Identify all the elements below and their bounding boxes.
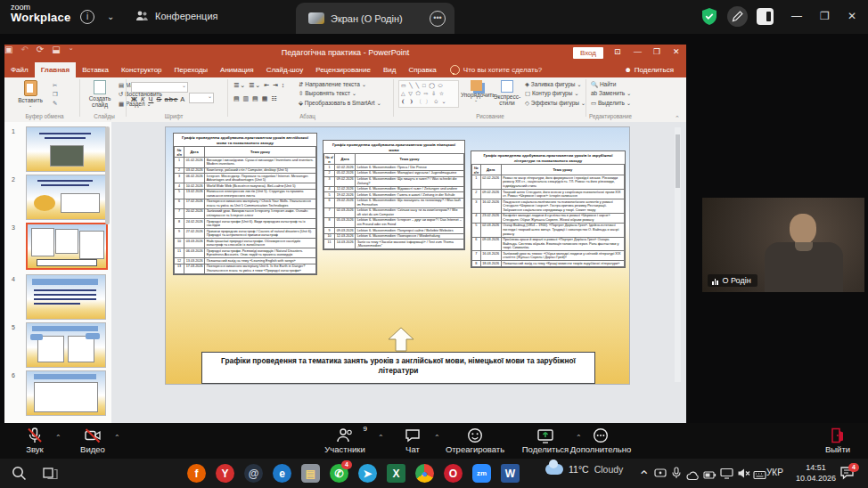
zoom-maximize-button[interactable]: ❐ bbox=[820, 10, 830, 22]
slide-thumbnail-panel[interactable]: 123456 bbox=[4, 122, 112, 428]
tab-help[interactable]: Справка bbox=[402, 62, 442, 77]
tab-file[interactable]: Файл bbox=[4, 62, 35, 77]
thumbnail-preview[interactable] bbox=[26, 126, 106, 172]
shape-format-tools[interactable]: ◈ Заливка фигуры ⌄ ▢ Контур фигуры ⌄ ◇ Э… bbox=[525, 80, 585, 108]
mute-options-chevron[interactable]: ⌃ bbox=[55, 434, 61, 442]
leave-button[interactable]: Выйти bbox=[813, 427, 863, 454]
smartart-button[interactable]: ⬙ Преобразовать в SmartArt ⌄ bbox=[299, 100, 381, 106]
tab-view[interactable]: Вид bbox=[377, 62, 402, 77]
font-size-dropdown[interactable] bbox=[189, 93, 214, 103]
font-name-dropdown[interactable] bbox=[131, 82, 188, 93]
up-arrow-shape[interactable] bbox=[387, 327, 415, 352]
ribbon-display-options-icon[interactable]: ⊡ bbox=[614, 47, 621, 56]
taskbar-app-whatsapp[interactable]: ✆4 bbox=[330, 464, 348, 483]
cut-copy-painter[interactable]: ✂❐✎ bbox=[53, 81, 58, 108]
info-icon[interactable]: i bbox=[80, 10, 94, 24]
german-schedule-table[interactable]: Графік проведення здобувачем-практиканто… bbox=[323, 140, 465, 250]
editing-tools[interactable]: 🔍 Найти ab Заменить ⌄ ▭ Выделить ⌄ bbox=[591, 80, 632, 108]
tray-onedrive-icon[interactable] bbox=[686, 468, 700, 484]
shape-fill-button[interactable]: ◈ Заливка фигуры ⌄ bbox=[525, 81, 582, 87]
tab-review[interactable]: Рецензирование bbox=[309, 62, 377, 77]
action-center-icon[interactable]: 4 bbox=[839, 466, 855, 484]
taskbar-app-firefox[interactable]: f bbox=[187, 464, 206, 483]
thumbnail-scrollbar[interactable] bbox=[105, 126, 110, 224]
ppt-close-button[interactable]: ✕ bbox=[673, 47, 680, 56]
chat-chevron[interactable]: ⌃ bbox=[434, 434, 440, 442]
select-button[interactable]: ▭ Выделить ⌄ bbox=[591, 100, 631, 106]
mute-button[interactable]: Звук bbox=[12, 427, 57, 454]
editor-scrollbar[interactable] bbox=[675, 127, 681, 382]
sign-in-button[interactable]: Вход bbox=[573, 47, 603, 59]
taskbar-app-zoom-app[interactable]: zm bbox=[472, 464, 491, 483]
thumbnail-preview[interactable] bbox=[26, 223, 108, 270]
align-text-button[interactable]: ⇳ Выровнять текст ⌄ bbox=[299, 90, 356, 96]
chevron-down-icon[interactable]: ⌄ bbox=[107, 12, 114, 21]
arrange-button[interactable]: Упорядочить⌄ bbox=[461, 80, 491, 103]
ppt-minimize-button[interactable]: — bbox=[634, 47, 642, 56]
taskbar-app-edge[interactable]: e bbox=[273, 464, 291, 483]
react-button[interactable]: Отреагировать bbox=[440, 427, 510, 454]
chat-button[interactable]: Чат bbox=[392, 427, 433, 454]
paste-button[interactable]: Вставить⌄ bbox=[15, 80, 45, 109]
thumbnail-preview[interactable] bbox=[26, 322, 106, 368]
tab-home[interactable]: Главная bbox=[35, 62, 77, 77]
thumbnail-preview[interactable] bbox=[26, 175, 106, 220]
literature-schedule-table[interactable]: Графік проведення здобувачем-практиканто… bbox=[471, 150, 626, 268]
tray-microphone-icon[interactable] bbox=[670, 467, 683, 483]
collapse-ribbon-icon[interactable]: ⌃ bbox=[675, 115, 680, 122]
taskbar-app-mail-app[interactable]: @ bbox=[244, 464, 263, 483]
tray-battery-icon[interactable] bbox=[703, 468, 717, 484]
tray-keyboard-icon[interactable] bbox=[753, 468, 766, 484]
taskbar-app-excel[interactable]: X bbox=[387, 464, 405, 483]
tab-design[interactable]: Конструктор bbox=[115, 62, 168, 77]
tray-network-display-icon[interactable] bbox=[720, 467, 733, 483]
font-format-buttons[interactable]: Ж К Ч S abc A bbox=[131, 95, 185, 103]
shape-effects-button[interactable]: ◇ Эффекты фигуры ⌄ bbox=[525, 100, 585, 106]
taskbar-app-opera[interactable]: O bbox=[444, 464, 463, 483]
tab-conference[interactable]: Конференция bbox=[135, 10, 217, 22]
tab-insert[interactable]: Вставка bbox=[76, 62, 115, 77]
participants-chevron[interactable]: ⌃ bbox=[378, 434, 384, 442]
thumbnail-preview[interactable] bbox=[26, 370, 106, 416]
shape-outline-button[interactable]: ▢ Контур фигуры ⌄ bbox=[525, 90, 579, 96]
thumbnail-preview[interactable] bbox=[26, 274, 106, 320]
ribbon-share-button[interactable]: ☻ Поделиться bbox=[611, 62, 686, 77]
taskbar-app-telegram[interactable]: ➤ bbox=[358, 464, 377, 483]
language-indicator[interactable]: УКР bbox=[766, 468, 783, 477]
slide-caption[interactable]: Графіки проведення та тематика занять ур… bbox=[201, 352, 595, 384]
tab-more-icon[interactable]: ••• bbox=[430, 11, 446, 27]
security-shield-icon[interactable] bbox=[700, 7, 718, 29]
task-view-icon[interactable] bbox=[43, 466, 58, 484]
tell-me-box[interactable]: Что вы хотите сделать? bbox=[443, 62, 549, 77]
participants-button[interactable]: 9 Участники bbox=[314, 427, 376, 454]
taskbar-app-chrome[interactable]: ● bbox=[415, 464, 434, 483]
text-direction-button[interactable]: ⇵ Направление текста ⌄ bbox=[299, 81, 366, 87]
new-slide-button[interactable]: Создать слайд bbox=[85, 80, 115, 109]
taskbar-search-icon[interactable] bbox=[11, 465, 28, 485]
tab-screen-share[interactable]: Экран (О Родін) ••• bbox=[296, 3, 454, 34]
english-schedule-table[interactable]: Графік проведення здобувачем-практиканто… bbox=[173, 133, 317, 275]
zoom-close-button[interactable]: ✕ bbox=[848, 10, 856, 22]
shapes-gallery[interactable]: ▭ ╲ ╲ □ ◯ ⬭△ ▽ ⬠ ⇨ ⇩ ☆❨ ❩ 〔 〕 ✩ ⌄ bbox=[398, 80, 459, 108]
list-buttons[interactable]: ☰⌄ ☰⌄ ⇤ ⇥ ↕ bbox=[233, 82, 285, 89]
video-button[interactable]: Видео bbox=[70, 427, 116, 454]
taskbar-app-word[interactable]: W bbox=[501, 464, 520, 483]
paragraph-tools[interactable]: ⇵ Направление текста ⌄ ⇳ Выровнять текст… bbox=[299, 80, 381, 108]
current-slide[interactable]: Графік проведення здобувачем-практиканто… bbox=[165, 126, 630, 385]
ppt-restore-button[interactable]: ❐ bbox=[653, 47, 660, 56]
tray-camera-icon[interactable] bbox=[654, 467, 667, 483]
more-button[interactable]: Дополнительно bbox=[565, 427, 636, 454]
tray-chevron-icon[interactable]: ⌃ bbox=[638, 468, 650, 484]
video-options-chevron[interactable]: ⌃ bbox=[114, 434, 120, 442]
annotate-pencil-icon[interactable] bbox=[727, 6, 748, 27]
taskbar-app-file-explorer[interactable]: ▤ bbox=[301, 464, 320, 483]
quick-styles-button[interactable]: Экспресс-стили bbox=[493, 80, 521, 107]
replace-button[interactable]: ab Заменить ⌄ bbox=[591, 90, 632, 96]
tab-slideshow[interactable]: Слайд-шоу bbox=[260, 62, 309, 77]
participant-video[interactable]: О Родін bbox=[702, 198, 864, 292]
open-side-panel-icon[interactable] bbox=[757, 8, 774, 25]
weather-widget[interactable]: 11°C Cloudy bbox=[545, 464, 623, 475]
taskbar-clock[interactable]: 14:51 10.04.2026 bbox=[796, 462, 836, 484]
tray-speaker-muted-icon[interactable] bbox=[737, 467, 750, 483]
find-button[interactable]: 🔍 Найти bbox=[591, 81, 616, 87]
